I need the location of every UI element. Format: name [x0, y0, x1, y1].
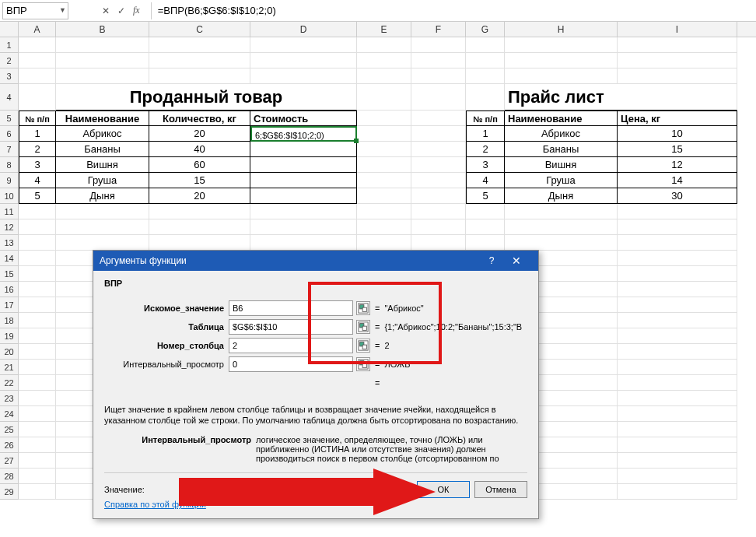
cell[interactable]	[466, 235, 505, 251]
cell[interactable]	[618, 360, 737, 375]
cell[interactable]	[357, 219, 411, 235]
cell[interactable]	[618, 204, 737, 219]
cell[interactable]	[19, 53, 56, 68]
row-header[interactable]: 8	[0, 157, 19, 173]
row-header[interactable]: 12	[0, 219, 19, 235]
row-header[interactable]: 2	[0, 53, 19, 68]
cell[interactable]	[618, 235, 737, 251]
cell[interactable]	[411, 84, 466, 111]
row-header[interactable]: 14	[0, 251, 19, 266]
cell[interactable]	[19, 469, 56, 484]
cell[interactable]: Стоимость	[250, 111, 357, 126]
cell[interactable]	[618, 375, 737, 391]
cell[interactable]: 20	[149, 188, 250, 204]
col-header[interactable]: B	[56, 22, 149, 37]
col-header[interactable]: A	[19, 22, 56, 37]
cell[interactable]	[411, 219, 466, 235]
ok-button[interactable]: ОК	[417, 481, 470, 498]
cell[interactable]	[466, 204, 505, 219]
row-header[interactable]: 25	[0, 422, 19, 437]
cell[interactable]	[505, 219, 618, 235]
cell[interactable]	[466, 84, 505, 111]
arg-input[interactable]	[229, 319, 353, 335]
cell[interactable]	[357, 37, 411, 53]
cell[interactable]	[19, 391, 56, 406]
range-picker-icon[interactable]	[356, 301, 370, 315]
cell[interactable]	[149, 235, 250, 251]
cell[interactable]	[505, 204, 618, 219]
cell[interactable]	[411, 204, 466, 219]
cell[interactable]: 30	[618, 188, 737, 204]
cell[interactable]	[411, 37, 466, 53]
row-header[interactable]: 9	[0, 173, 19, 188]
cell[interactable]	[618, 391, 737, 406]
cell[interactable]	[19, 37, 56, 53]
cell[interactable]: Цена, кг	[618, 111, 737, 126]
col-header[interactable]: E	[357, 22, 411, 37]
cell[interactable]	[505, 68, 618, 84]
cell[interactable]	[357, 126, 411, 142]
cell[interactable]	[149, 204, 250, 219]
row-header[interactable]: 18	[0, 313, 19, 328]
close-icon[interactable]: ✕	[501, 254, 532, 267]
arg-input[interactable]	[229, 356, 353, 372]
cell[interactable]	[250, 235, 357, 251]
row-header[interactable]: 29	[0, 484, 19, 500]
cell[interactable]	[19, 453, 56, 469]
cell[interactable]	[19, 375, 56, 391]
cell[interactable]	[357, 157, 411, 173]
select-all-corner[interactable]	[0, 22, 19, 37]
cell[interactable]: 1	[19, 126, 56, 142]
cell[interactable]: Бананы	[56, 142, 149, 157]
cell[interactable]: 2	[19, 142, 56, 157]
range-picker-icon[interactable]	[356, 320, 370, 334]
cell[interactable]	[56, 68, 149, 84]
cell[interactable]: Абрикос	[56, 126, 149, 142]
row-header[interactable]: 17	[0, 297, 19, 313]
arg-input[interactable]	[229, 338, 353, 353]
cell[interactable]	[618, 37, 737, 53]
cell[interactable]	[618, 406, 737, 422]
cell[interactable]: 40	[149, 142, 250, 157]
cell[interactable]: 14	[618, 173, 737, 188]
cell[interactable]: 15	[618, 142, 737, 157]
cell[interactable]	[618, 328, 737, 344]
cell[interactable]	[357, 173, 411, 188]
cell[interactable]: 1	[466, 126, 505, 142]
cell[interactable]	[19, 328, 56, 344]
col-header[interactable]: I	[618, 22, 737, 37]
row-header[interactable]: 21	[0, 360, 19, 375]
col-header[interactable]: D	[250, 22, 357, 37]
cell[interactable]	[357, 53, 411, 68]
cell[interactable]	[250, 173, 357, 188]
cell[interactable]	[56, 53, 149, 68]
cell[interactable]: 15	[149, 173, 250, 188]
accept-icon[interactable]: ✓	[117, 5, 125, 16]
cell[interactable]	[56, 219, 149, 235]
row-header[interactable]: 15	[0, 266, 19, 282]
col-header[interactable]: C	[149, 22, 250, 37]
cell[interactable]	[250, 68, 357, 84]
cell[interactable]	[56, 235, 149, 251]
row-header[interactable]: 16	[0, 282, 19, 297]
row-header[interactable]: 24	[0, 406, 19, 422]
cell[interactable]	[19, 344, 56, 360]
row-header[interactable]: 27	[0, 453, 19, 469]
cell[interactable]	[19, 360, 56, 375]
cell[interactable]	[618, 469, 737, 484]
col-header[interactable]: F	[411, 22, 466, 37]
cell[interactable]	[411, 53, 466, 68]
row-header[interactable]: 13	[0, 235, 19, 251]
cell[interactable]	[411, 68, 466, 84]
cell[interactable]	[56, 37, 149, 53]
cell[interactable]	[411, 157, 466, 173]
cell[interactable]	[19, 437, 56, 453]
cell[interactable]: 5	[466, 188, 505, 204]
cell[interactable]	[250, 37, 357, 53]
cell[interactable]	[411, 126, 466, 142]
row-header[interactable]: 3	[0, 68, 19, 84]
row-header[interactable]: 10	[0, 188, 19, 204]
cell[interactable]	[19, 68, 56, 84]
cell[interactable]	[618, 484, 737, 500]
cell[interactable]	[56, 204, 149, 219]
